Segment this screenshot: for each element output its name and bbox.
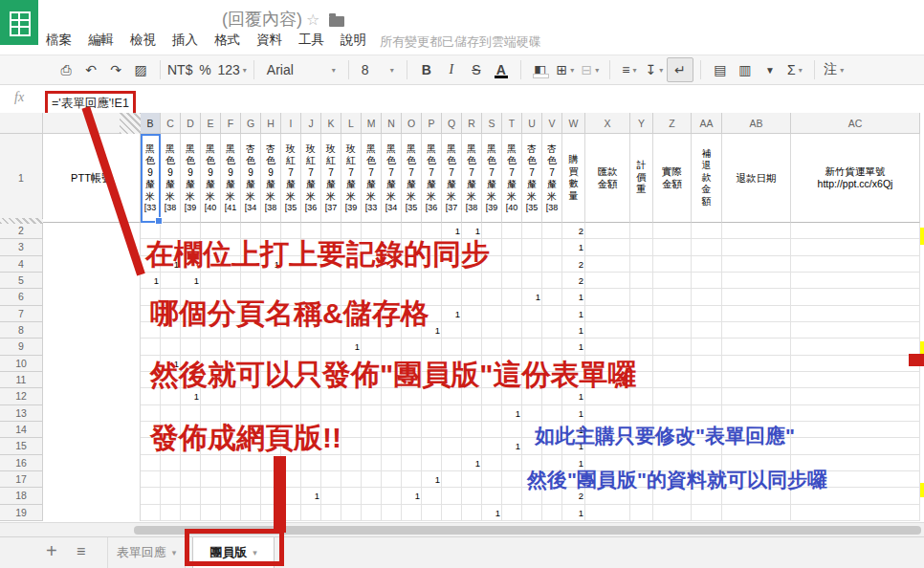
menu-item-6[interactable]: 資料 [256,32,282,49]
column-header-G[interactable]: G [241,113,261,134]
insert-chart-icon[interactable]: ▥ [733,58,758,81]
row-header-3[interactable]: 3 [0,239,43,255]
cell-AB1[interactable]: 退款日期 [722,134,791,223]
row-header-4[interactable]: 4 [0,256,43,273]
row-header-6[interactable]: 6 [0,289,43,305]
cell-P17[interactable]: 1 [422,471,442,488]
row-header-19[interactable]: 19 [0,505,43,521]
column-header-AB[interactable]: AB [722,113,791,134]
cell-R1[interactable]: 黑色7釐米[38 [462,134,482,223]
cell-R16[interactable]: 1 [462,455,482,471]
cell-N1[interactable]: 黑色7釐米[34 [382,134,402,223]
star-icon[interactable]: ☆ [306,11,319,29]
row-header-12[interactable]: 12 [0,388,43,404]
functions-button[interactable]: Σ▾ [782,58,807,81]
cell-O18[interactable]: 1 [402,488,422,504]
cell-J18[interactable]: 1 [301,488,321,504]
column-header-V[interactable]: V [542,113,562,134]
row-header-1[interactable]: 1 [0,134,43,223]
column-header-W[interactable]: W [562,113,585,134]
undo-icon[interactable]: ↶ [78,58,103,81]
row-header-11[interactable]: 11 [0,372,43,388]
document-title[interactable]: (回覆內容) [222,8,302,31]
borders-icon[interactable]: ⊞▾ [553,58,578,81]
row-header-13[interactable]: 13 [0,405,43,422]
row-header-18[interactable]: 18 [0,488,43,504]
row-header-14[interactable]: 14 [0,422,43,438]
redo-icon[interactable]: ↷ [103,58,128,81]
row-header-2[interactable]: 2 [0,223,43,239]
row-header-9[interactable]: 9 [0,339,43,355]
column-header-B[interactable]: B [141,113,161,134]
cell-F1[interactable]: 黑色9釐米[41 [221,134,241,223]
column-header-X[interactable]: X [585,113,630,134]
all-sheets-icon[interactable]: ≡ [77,543,85,560]
cell-U1[interactable]: 杏色7釐米[35 [522,134,542,223]
vertical-align-icon[interactable]: ↧▾ [642,58,667,81]
column-header-F[interactable]: F [221,113,241,134]
cell-B5[interactable]: 1 [141,273,161,289]
cell-AA1[interactable]: 補退款金額 [692,134,722,223]
strikethrough-button[interactable]: S [464,58,489,81]
column-header-Y[interactable]: Y [630,113,653,134]
sheets-logo-icon[interactable] [0,0,38,45]
menu-item-5[interactable]: 格式 [214,32,240,49]
cell-W8[interactable]: 1 [562,322,585,339]
cell-K1[interactable]: 玫紅7釐米[37 [321,134,341,223]
menu-item-4[interactable]: 插入 [172,32,198,49]
cell-C1[interactable]: 黑色9釐米[38 [161,134,181,223]
column-header-Z[interactable]: Z [653,113,692,134]
cell-S1[interactable]: 黑色7釐米[39 [482,134,502,223]
cell-T1[interactable]: 黑色7釐米[40 [502,134,522,223]
bold-button[interactable]: B [414,58,439,81]
cell-P1[interactable]: 黑色7釐米[36 [422,134,442,223]
cell-W4[interactable]: 2 [562,256,585,273]
column-header-AC[interactable]: AC [791,113,920,134]
paint-format-icon[interactable]: ▨ [128,58,153,81]
column-header-J[interactable]: J [301,113,321,134]
column-header-P[interactable]: P [422,113,442,134]
cell-Y1[interactable]: 計價重 [630,134,653,223]
cell-AC1[interactable]: 新竹貨運單號http://ppt.cc/x6Qj [791,134,920,223]
column-header-I[interactable]: I [281,113,301,134]
cell-W1[interactable]: 購買數量 [562,134,585,223]
number-format-button[interactable]: 123▾ [217,58,246,81]
cell-D1[interactable]: 黑色9釐米[39 [181,134,201,223]
cell-J1[interactable]: 玫紅7釐米[36 [301,134,321,223]
cell-I1[interactable]: 玫紅7釐米[35 [281,134,301,223]
column-header-D[interactable]: D [181,113,201,134]
cell-W9[interactable]: 1 [562,339,585,355]
cell-H1[interactable]: 杏色9釐米[38 [261,134,281,223]
text-wrap-icon[interactable]: ↵ [667,57,693,82]
tab-form-responses[interactable]: 表單回應 ▾ [107,537,186,568]
currency-format-button[interactable]: NT$ [167,58,192,81]
fill-handle[interactable] [155,217,163,225]
row-header-17[interactable]: 17 [0,471,43,488]
cell-G1[interactable]: 杏色9釐米[34 [241,134,261,223]
cell-W7[interactable]: 1 [562,306,585,322]
column-header-C[interactable]: C [161,113,181,134]
cell-T15[interactable]: 1 [502,438,522,454]
cell-E1[interactable]: 黑色9釐米[40 [201,134,221,223]
chevron-down-icon[interactable]: ▾ [172,548,177,557]
filter-icon[interactable]: ▼ [758,58,782,81]
cell-T13[interactable]: 1 [502,405,522,422]
column-header-L[interactable]: L [341,113,362,134]
row-header-16[interactable]: 16 [0,455,43,471]
cell-W2[interactable]: 2 [562,223,585,239]
cell-Z1[interactable]: 實際金額 [653,134,692,223]
menu-item-3[interactable]: 檢視 [130,32,156,49]
column-header-U[interactable]: U [522,113,542,134]
fill-color-icon[interactable]: ◧ [528,58,553,81]
cell-L1[interactable]: 玫紅7釐米[39 [341,134,362,223]
print-icon[interactable]: ⎙ [54,58,78,81]
menu-item-2[interactable]: 編輯 [88,32,114,49]
column-header-H[interactable]: H [261,113,281,134]
column-A-body[interactable] [43,223,141,521]
italic-button[interactable]: I [439,58,464,81]
percent-format-button[interactable]: % [192,58,217,81]
cell-D5[interactable]: 1 [181,273,201,289]
column-header-AA[interactable]: AA [692,113,722,134]
cell-Q7[interactable]: 1 [442,306,462,322]
font-size-select[interactable]: 8▾ [356,58,400,81]
